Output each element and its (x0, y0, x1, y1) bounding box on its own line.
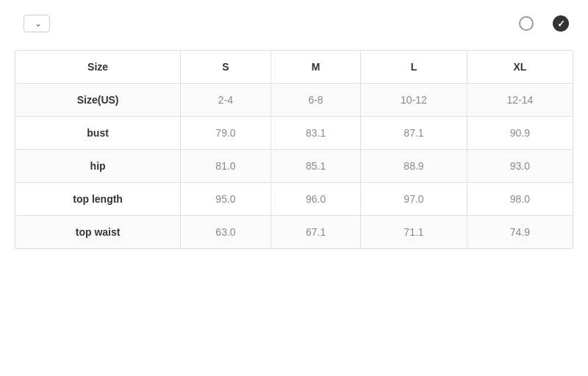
row-cell: 2-4 (181, 84, 271, 117)
row-cell: 6-8 (270, 84, 361, 117)
table-row: bust79.083.187.190.9 (15, 117, 573, 150)
row-cell: 96.0 (270, 183, 361, 216)
row-cell: 88.9 (361, 150, 467, 183)
row-cell: 67.1 (270, 216, 361, 249)
size-table: Size S M L XL Size(US)2-46-810-1212-14bu… (15, 50, 573, 249)
table-row: top waist63.067.171.174.9 (15, 216, 573, 249)
header-left: ⌄ (15, 15, 50, 32)
col-size: Size (15, 51, 181, 84)
row-label: bust (15, 117, 181, 150)
chevron-down-icon: ⌄ (35, 18, 42, 29)
cm-option[interactable] (553, 15, 573, 32)
unit-selector (519, 15, 573, 32)
row-cell: 90.9 (467, 117, 573, 150)
row-cell: 71.1 (361, 216, 467, 249)
page-header: ⌄ (15, 15, 573, 32)
inch-option[interactable] (519, 16, 538, 31)
col-xl: XL (467, 51, 573, 84)
row-label: Size(US) (15, 84, 181, 117)
row-label: hip (15, 150, 181, 183)
inch-radio-unchecked[interactable] (519, 16, 534, 31)
cm-radio-checked[interactable] (553, 15, 569, 32)
row-label: top length (15, 183, 181, 216)
col-s: S (181, 51, 271, 84)
row-cell: 79.0 (181, 117, 271, 150)
row-cell: 85.1 (270, 150, 361, 183)
table-row: Size(US)2-46-810-1212-14 (15, 84, 573, 117)
row-cell: 97.0 (361, 183, 467, 216)
col-m: M (270, 51, 361, 84)
row-cell: 93.0 (467, 150, 573, 183)
col-l: L (361, 51, 467, 84)
table-header-row: Size S M L XL (15, 51, 573, 84)
row-cell: 10-12 (361, 84, 467, 117)
row-cell: 87.1 (361, 117, 467, 150)
row-cell: 98.0 (467, 183, 573, 216)
row-cell: 63.0 (181, 216, 271, 249)
row-label: top waist (15, 216, 181, 249)
row-cell: 83.1 (270, 117, 361, 150)
table-row: top length95.096.097.098.0 (15, 183, 573, 216)
row-cell: 12-14 (467, 84, 573, 117)
row-cell: 95.0 (181, 183, 271, 216)
table-row: hip81.085.188.993.0 (15, 150, 573, 183)
size-dropdown[interactable]: ⌄ (24, 15, 50, 32)
row-cell: 81.0 (181, 150, 271, 183)
row-cell: 74.9 (467, 216, 573, 249)
